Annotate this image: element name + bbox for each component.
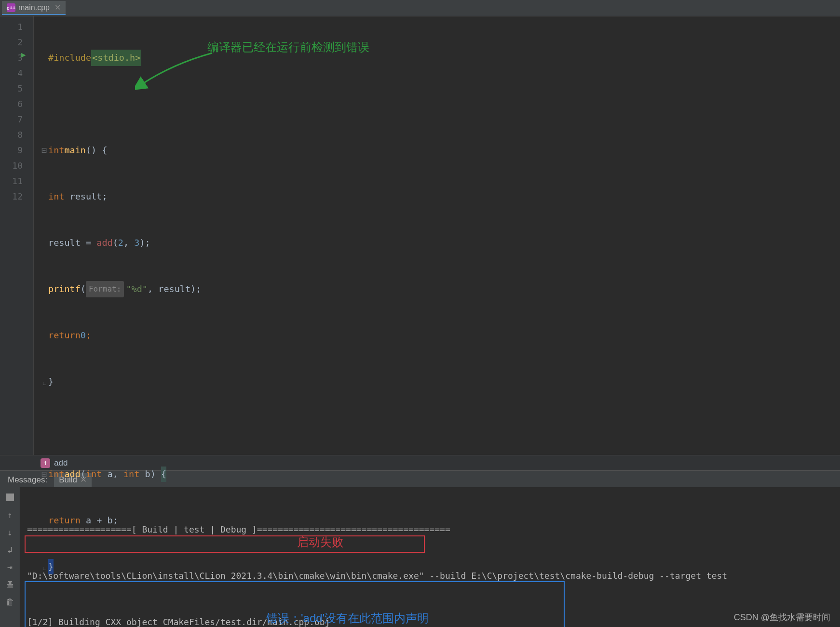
code-token: ; [86, 328, 91, 343]
code-token: } [48, 374, 54, 389]
code-token: ( [81, 281, 86, 297]
code-token: b) [139, 467, 161, 482]
annotation-red-box [25, 535, 425, 553]
code-token: ( [81, 467, 86, 482]
inlay-hint: Format: [86, 281, 124, 297]
line-number: 8 [0, 127, 33, 143]
wrap-toggle-button[interactable]: ↲ [5, 544, 15, 555]
annotation-compiler-detected: 编译器已经在运行前检测到错误 [207, 40, 369, 55]
line-number: 6 [0, 96, 33, 112]
trash-button[interactable]: 🗑 [5, 596, 15, 607]
code-token: ( [113, 235, 118, 251]
code-token: () { [86, 143, 108, 158]
line-number: 2 [0, 35, 33, 50]
cpp-file-icon: c++ [7, 3, 15, 12]
tab-filename: main.cpp [18, 3, 50, 12]
code-token: int [48, 189, 64, 204]
code-token: , result); [148, 281, 201, 297]
code-token: int [86, 467, 102, 482]
annotation-red-label: 启动失败 [297, 534, 343, 550]
stop-build-button[interactable] [5, 492, 15, 503]
annotation-blue-label: 错误：'add'没有在此范围内声明 [266, 611, 429, 626]
code-token: , [123, 235, 134, 251]
code-token: 3 [134, 235, 139, 251]
file-tab-main-cpp[interactable]: c++ main.cpp ✕ [2, 1, 66, 15]
code-token: 0 [81, 328, 86, 343]
code-token: printf [48, 281, 81, 297]
code-token: { [161, 467, 166, 482]
line-number: 1 [0, 19, 33, 35]
line-number: 10 [0, 158, 33, 173]
build-line: [1/2] Building CXX object CMakeFiles/tes… [27, 614, 833, 627]
line-number: 5 [0, 81, 33, 96]
code-token: main [64, 143, 86, 158]
build-output[interactable]: ====================[ Build | test | Deb… [20, 487, 840, 627]
line-number: 12 [0, 189, 33, 204]
code-token: result; [64, 189, 107, 204]
code-token: a, [102, 467, 123, 482]
bottom-panel: Messages: Build ✕ ↑ ↓ ↲ ⇥ 🖶 🗑 ==========… [0, 470, 840, 627]
tab-bar: c++ main.cpp ✕ [0, 0, 840, 16]
code-token: add [96, 235, 112, 251]
line-number: 4 [0, 66, 33, 81]
code-token: int [48, 467, 64, 482]
print-button[interactable]: 🖶 [5, 579, 15, 589]
line-number: 7 [0, 112, 33, 127]
code-token: add [64, 467, 80, 482]
build-body: ↑ ↓ ↲ ⇥ 🖶 🗑 ====================[ Build … [0, 487, 840, 627]
code-token: int [123, 467, 139, 482]
close-tab-icon[interactable]: ✕ [54, 3, 61, 12]
build-line: "D:\software\tools\CLion\install\CLion 2… [27, 568, 833, 584]
line-number: 3 [0, 50, 33, 66]
code-token: int [48, 143, 64, 158]
editor-area: 1 2 3 4 5 6 7 8 9 10 11 12 ▶ #include <s… [0, 16, 840, 455]
build-line: ====================[ Build | test | Deb… [27, 522, 833, 537]
settings-button[interactable]: ⇥ [5, 561, 15, 572]
code-token: 2 [118, 235, 123, 251]
code-token: ); [139, 235, 150, 251]
run-gutter-icon[interactable]: ▶ [21, 50, 26, 59]
code-token: return [48, 328, 81, 343]
code-token: "%d" [126, 281, 148, 297]
line-number: 11 [0, 173, 33, 189]
up-button[interactable]: ↑ [5, 509, 15, 520]
svg-rect-0 [6, 494, 14, 501]
code-token: result = [48, 235, 96, 251]
line-number: 9 [0, 143, 33, 158]
code-token: <stdio.h> [91, 50, 141, 66]
tool-column: ↑ ↓ ↲ ⇥ 🖶 🗑 [0, 487, 20, 627]
watermark: CSDN @鱼找水需要时间 [734, 612, 830, 623]
code-area[interactable]: #include <stdio.h> ⊟int main() { int res… [34, 16, 840, 455]
gutter: 1 2 3 4 5 6 7 8 9 10 11 12 ▶ [0, 16, 34, 455]
down-button[interactable]: ↓ [5, 527, 15, 537]
code-token: #include [48, 50, 91, 66]
